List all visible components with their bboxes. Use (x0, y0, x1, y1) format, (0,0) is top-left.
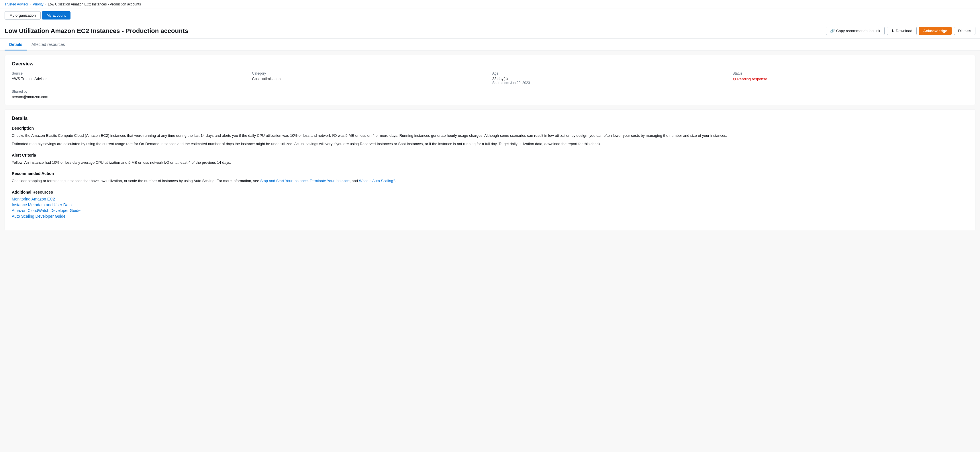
auto-scaling-link2[interactable]: What is Auto Scaling? (359, 179, 395, 183)
status-value: ⊘ Pending response (733, 77, 969, 81)
header-actions: 🔗 Copy recommendation link ⬇ Download Ac… (826, 27, 975, 35)
breadcrumb-sep-2: › (45, 3, 46, 6)
source-field: Source AWS Trusted Advisor (12, 72, 248, 85)
recommended-action-text: Consider stopping or terminating instanc… (12, 178, 968, 184)
description-text-1: Checks the Amazon Elastic Compute Cloud … (12, 133, 968, 139)
top-nav: My organization My account (0, 9, 980, 22)
breadcrumb-trusted-advisor[interactable]: Trusted Advisor (5, 2, 29, 6)
breadcrumb-current: Low Utilization Amazon EC2 Instances - P… (48, 2, 141, 6)
source-label: Source (12, 72, 248, 75)
category-field: Category Cost optimization (252, 72, 488, 85)
dismiss-button[interactable]: Dismiss (954, 27, 976, 35)
category-label: Category (252, 72, 488, 75)
status-field: Status ⊘ Pending response (733, 72, 969, 85)
overview-grid: Source AWS Trusted Advisor Category Cost… (12, 72, 968, 85)
instance-metadata-link[interactable]: Instance Metadata and User Data (12, 203, 968, 207)
status-label: Status (733, 72, 969, 75)
download-button[interactable]: ⬇ Download (887, 27, 917, 35)
breadcrumb: Trusted Advisor › Priority › Low Utiliza… (0, 0, 980, 9)
alert-criteria-section: Alert Criteria Yellow: An instance had 1… (12, 153, 968, 166)
additional-resources-title: Additional Resources (12, 190, 968, 195)
copy-link-button[interactable]: 🔗 Copy recommendation link (826, 27, 885, 35)
description-text-2: Estimated monthly savings are calculated… (12, 141, 968, 147)
alert-criteria-title: Alert Criteria (12, 153, 968, 157)
description-title: Description (12, 126, 968, 131)
tab-affected-resources[interactable]: Affected resources (27, 39, 69, 51)
additional-links: Monitoring Amazon EC2 Instance Metadata … (12, 197, 968, 219)
shared-by-field: Shared by person@amazon.com (12, 89, 248, 99)
monitoring-ec2-link[interactable]: Monitoring Amazon EC2 (12, 197, 968, 201)
age-value: 33 day(s) (492, 77, 728, 81)
overview-grid-row2: Shared by person@amazon.com (12, 89, 968, 99)
source-value: AWS Trusted Advisor (12, 77, 248, 81)
breadcrumb-priority[interactable]: Priority (33, 2, 43, 6)
page-header: Low Utilization Amazon EC2 Instances - P… (0, 22, 980, 39)
age-label: Age (492, 72, 728, 75)
description-section: Description Checks the Amazon Elastic Co… (12, 126, 968, 147)
category-value: Cost optimization (252, 77, 488, 81)
details-card: Details Description Checks the Amazon El… (5, 110, 975, 230)
auto-scaling-guide-link[interactable]: Auto Scaling Developer Guide (12, 214, 968, 219)
alert-criteria-text: Yellow: An instance had 10% or less dail… (12, 160, 968, 166)
acknowledge-button[interactable]: Acknowledge (919, 27, 951, 35)
overview-title: Overview (12, 61, 968, 67)
age-field: Age 33 day(s) Shared on: Jun 20, 2023 (492, 72, 728, 85)
terminate-link[interactable]: Terminate Your Instance (310, 179, 350, 183)
recommended-action-section: Recommended Action Consider stopping or … (12, 171, 968, 184)
breadcrumb-sep-1: › (30, 3, 31, 6)
page-title: Low Utilization Amazon EC2 Instances - P… (5, 27, 188, 35)
download-icon: ⬇ (891, 29, 894, 33)
copy-icon: 🔗 (830, 29, 835, 33)
my-organization-button[interactable]: My organization (5, 11, 41, 19)
additional-resources-section: Additional Resources Monitoring Amazon E… (12, 190, 968, 219)
shared-by-value: person@amazon.com (12, 95, 248, 99)
tab-details[interactable]: Details (5, 39, 27, 51)
my-account-button[interactable]: My account (42, 11, 70, 19)
age-shared: Shared on: Jun 20, 2023 (492, 81, 728, 85)
shared-by-label: Shared by (12, 89, 248, 94)
tabs-container: Details Affected resources (0, 39, 980, 51)
recommended-action-title: Recommended Action (12, 171, 968, 176)
cloudwatch-guide-link[interactable]: Amazon CloudWatch Developer Guide (12, 208, 968, 213)
overview-card: Overview Source AWS Trusted Advisor Cate… (5, 55, 975, 105)
status-circle-icon: ⊘ (733, 77, 736, 81)
main-content: Overview Source AWS Trusted Advisor Cate… (0, 51, 980, 235)
details-title: Details (12, 116, 968, 121)
stop-start-link[interactable]: Stop and Start Your Instance (260, 179, 308, 183)
